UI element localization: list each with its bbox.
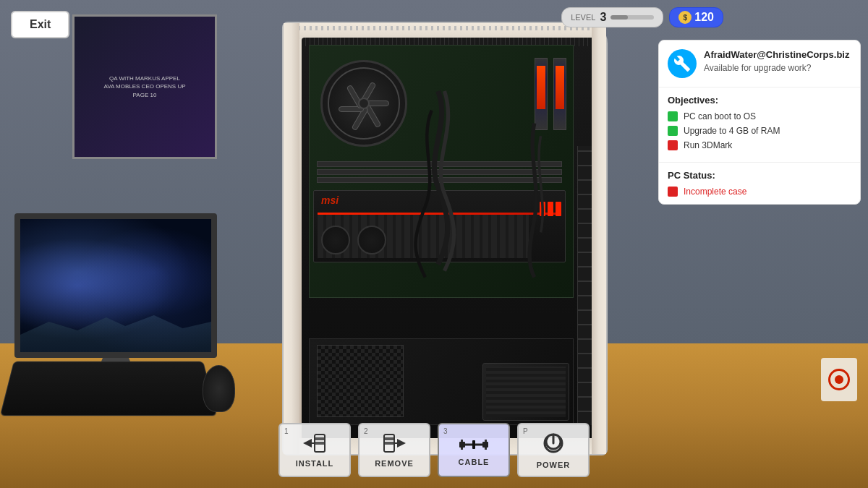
objective-3: Run 3DMark (668, 140, 851, 150)
objective-3-text: Run 3DMark (684, 140, 732, 150)
svg-rect-11 (461, 440, 463, 442)
svg-rect-7 (385, 442, 393, 445)
pc-status-title: PC Status: (668, 170, 851, 181)
level-number: 3 (600, 11, 606, 24)
objective-3-status (668, 140, 678, 150)
svg-rect-12 (461, 448, 463, 450)
pc-case-interior: msi (302, 38, 595, 440)
cable-icon (459, 435, 488, 455)
svg-rect-2 (315, 442, 324, 445)
power-button[interactable]: P POWER (517, 423, 590, 477)
cables-svg (310, 46, 573, 297)
remove-key: 2 (364, 427, 368, 435)
pc-case-outer: msi (282, 22, 608, 455)
svg-rect-13 (472, 440, 475, 449)
svg-rect-10 (459, 442, 465, 448)
level-progress-bar (610, 15, 654, 20)
motherboard[interactable]: msi (309, 45, 574, 298)
case-top (284, 23, 606, 39)
level-label: LEVEL (571, 13, 595, 22)
svg-rect-14 (482, 442, 488, 448)
wall-poster: QA WITH MARKUS APPELAVA MOBLES CEO OPENS… (72, 14, 217, 159)
psu-unit (482, 363, 569, 421)
remove-icon (383, 433, 406, 456)
remove-label: REMOVE (375, 459, 414, 468)
info-panel-header: AfraidWater@ChristineCorps.biz Available… (659, 40, 860, 87)
install-icon (303, 433, 326, 456)
pc-status-section: PC Status: Incomplete case (659, 163, 860, 204)
svg-rect-6 (385, 437, 393, 440)
info-panel: AfraidWater@ChristineCorps.biz Available… (658, 40, 861, 205)
pc-status-dot (668, 187, 678, 197)
money-bar: $ 120 (669, 7, 723, 27)
poster-text: QA WITH MARKUS APPELAVA MOBLES CEO OPENS… (100, 71, 189, 103)
objective-1-status (668, 111, 678, 121)
pc-status-item: Incomplete case (668, 187, 851, 197)
avatar-icon (668, 49, 697, 78)
pc-case[interactable]: msi (282, 22, 608, 455)
money-amount: 120 (694, 11, 714, 24)
svg-marker-3 (303, 439, 312, 448)
svg-rect-16 (485, 448, 487, 450)
power-label: POWER (537, 461, 571, 469)
mouse (203, 365, 235, 412)
power-key: P (523, 427, 528, 435)
svg-rect-1 (315, 437, 324, 440)
install-key: 1 (284, 427, 289, 435)
install-label: INSTALL (296, 459, 334, 468)
case-left (284, 23, 299, 454)
psu-area (309, 338, 574, 425)
cable-button[interactable]: 3 CABLE (438, 423, 510, 477)
keyboard (0, 361, 217, 416)
objective-1-text: PC can boot to OS (684, 111, 756, 121)
case-right (592, 23, 606, 454)
power-icon (542, 432, 565, 458)
money-icon: $ (678, 11, 692, 24)
objective-2: Upgrade to 4 GB of RAM (668, 126, 851, 136)
svg-marker-8 (397, 439, 406, 448)
hud-top-right: LEVEL 3 $ 120 (561, 7, 723, 27)
contact-subtitle: Available for upgrade work? (704, 63, 849, 73)
cable-label: CABLE (459, 458, 490, 466)
contact-info: AfraidWater@ChristineCorps.biz Available… (704, 49, 849, 73)
install-button[interactable]: 1 INSTALL (278, 423, 351, 477)
objectives-section: Objectives: PC can boot to OS Upgrade to… (659, 87, 860, 163)
svg-rect-15 (485, 440, 487, 442)
objective-2-status (668, 126, 678, 136)
objective-2-text: Upgrade to 4 GB of RAM (684, 126, 780, 136)
contact-name: AfraidWater@ChristineCorps.biz (704, 49, 849, 61)
wrench-icon (673, 55, 691, 72)
pc-status-text: Incomplete case (684, 187, 746, 197)
level-bar: LEVEL 3 (561, 7, 663, 27)
level-progress-fill (610, 15, 628, 20)
objectives-title: Objectives: (668, 95, 851, 106)
remove-button[interactable]: 2 REMOVE (358, 423, 430, 477)
coolermaster-badge (821, 358, 857, 401)
action-bar: 1 INSTALL 2 REMOVE 3 (0, 416, 868, 488)
cable-key: 3 (443, 427, 448, 435)
monitor-screen (14, 213, 217, 358)
objective-1: PC can boot to OS (668, 111, 851, 121)
exit-button[interactable]: Exit (11, 11, 69, 38)
